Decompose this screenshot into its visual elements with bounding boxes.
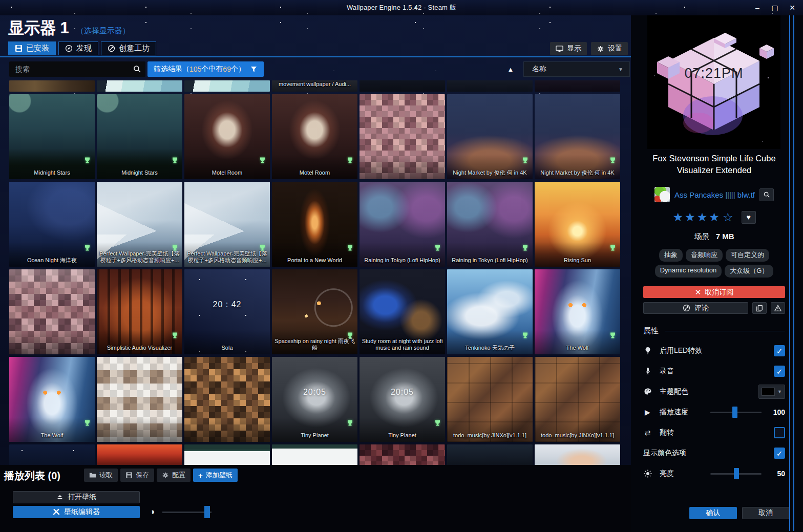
wallpaper-tile[interactable]	[447, 80, 533, 92]
tab-discover[interactable]: 发现	[58, 41, 98, 55]
wallpaper-tile[interactable]: Raining in Tokyo (Lofi HipHop)	[360, 182, 445, 267]
filter-results-button[interactable]: 筛选结果 （105 个中有 69 个）	[147, 61, 264, 77]
wallpaper-tile[interactable]: 20 : 42Sola	[184, 269, 270, 354]
slider-thumb[interactable]	[732, 407, 737, 418]
wallpaper-tile[interactable]	[184, 80, 270, 92]
wallpaper-tile[interactable]: Motel Room	[272, 94, 357, 179]
heart-icon: ♥	[746, 213, 750, 221]
wallpaper-tile[interactable]	[9, 269, 95, 354]
wallpaper-tile[interactable]: Tenkinoko 天気の子	[447, 269, 533, 354]
minimize-button[interactable]: –	[750, 2, 765, 14]
maximize-button[interactable]: ▢	[767, 2, 783, 14]
wallpaper-tile[interactable]	[184, 357, 270, 442]
wallpaper-tile[interactable]	[97, 80, 182, 92]
sort-direction-button[interactable]: ▲	[504, 62, 517, 76]
tag-list: 抽象 音频响应 可自定义的 Dynamic resolution 大众级（G）	[643, 249, 785, 278]
playlist-load-label: 读取	[99, 471, 113, 480]
playlist-save-button[interactable]: 保存	[120, 469, 154, 482]
wallpaper-tile[interactable]: Perfect Wallpaper-完美壁纸【落樱粒子+多风格动态音频响应+..…	[184, 182, 270, 267]
favorite-button[interactable]: ♥	[742, 211, 756, 224]
wallpaper-tile[interactable]: Simplistic Audio Visualizer	[97, 269, 182, 354]
slider-thumb[interactable]	[734, 468, 739, 479]
wallpaper-tile[interactable]: Midnight Stars	[97, 94, 182, 179]
wallpaper-tile[interactable]	[360, 444, 445, 465]
wallpaper-tile[interactable]	[272, 444, 357, 465]
tools-icon	[53, 508, 60, 516]
select-monitor-link[interactable]: （选择显示器）	[76, 26, 130, 36]
add-wallpaper-button[interactable]: + 添加壁纸	[193, 469, 238, 482]
report-button[interactable]	[771, 302, 785, 314]
wallpaper-tile[interactable]	[9, 444, 95, 465]
titlebar[interactable]: Wallpaper Engine 1.5.42 - Steam 版 – ▢ ✕	[0, 0, 803, 15]
slider-thumb[interactable]	[204, 506, 210, 518]
wallpaper-tile[interactable]: Rising Sun	[535, 182, 620, 267]
search-input[interactable]	[9, 61, 145, 77]
wallpaper-tile[interactable]: Motel Room	[184, 94, 270, 179]
unsubscribe-button[interactable]: ✕ 取消订阅	[643, 286, 785, 298]
wallpaper-tile[interactable]: 20:05Tiny Planet	[360, 357, 445, 442]
wallpaper-tile[interactable]	[535, 80, 620, 92]
wallpaper-tile[interactable]	[360, 94, 445, 179]
author-link[interactable]: Ass Pancakes ||||| blw.tf	[674, 190, 755, 199]
monitor-icon	[556, 45, 563, 53]
wallpaper-tile[interactable]	[9, 80, 95, 92]
wallpaper-tile[interactable]	[447, 444, 533, 465]
playlist-configure-button[interactable]: 配置	[157, 469, 191, 482]
show-color-options-checkbox[interactable]: ✓	[774, 448, 785, 459]
display-button[interactable]: 显示	[550, 42, 587, 55]
author-avatar[interactable]	[654, 187, 670, 202]
tab-workshop[interactable]: 创意工坊	[101, 41, 156, 55]
tab-installed[interactable]: 已安装	[8, 41, 56, 55]
wallpaper-tile[interactable]: Portal to a New World	[272, 182, 357, 267]
wallpaper-tile[interactable]: 20:05Tiny Planet	[272, 357, 357, 442]
search-box[interactable]	[9, 61, 145, 77]
author-search-button[interactable]	[759, 188, 774, 201]
comment-button[interactable]: 评论	[643, 302, 748, 314]
trophy-icon	[346, 244, 354, 252]
wallpaper-tile[interactable]: movement wallpaper / Audi...	[272, 80, 357, 92]
wallpaper-tile[interactable]	[360, 80, 445, 92]
sort-select[interactable]: 名称 ▼	[523, 61, 630, 77]
wallpaper-title: Spaceship on rainy night 雨夜飞船	[274, 338, 355, 351]
wallpaper-tile[interactable]: Perfect Wallpaper-完美壁纸【落樱粒子+多风格动态音频响应+..…	[97, 182, 182, 267]
wallpaper-tile[interactable]: Spaceship on rainy night 雨夜飞船	[272, 269, 357, 354]
wallpaper-editor-button[interactable]: 壁纸编辑器	[13, 506, 140, 518]
wallpaper-title: Night Market by 俊伦 何 in 4K	[449, 169, 531, 176]
check-icon: ✓	[776, 450, 783, 457]
wallpaper-tile[interactable]	[97, 444, 182, 465]
recording-checkbox[interactable]: ✓	[774, 366, 785, 377]
wallpaper-tile[interactable]: Night Market by 俊伦 何 in 4K	[447, 94, 533, 179]
wallpaper-tile[interactable]: todo_music[by JINXo][v1.1.1]	[447, 357, 533, 442]
cancel-button[interactable]: 取消	[742, 507, 789, 519]
playback-speed-slider[interactable]	[710, 407, 762, 418]
wallpaper-tile[interactable]	[97, 357, 182, 442]
wallpaper-tile[interactable]: Raining in Tokyo (Lofi HipHop)	[447, 182, 533, 267]
wallpaper-tile[interactable]: The Wolf	[9, 357, 95, 442]
panel-scrollbar[interactable]	[789, 15, 790, 531]
wallpaper-tile[interactable]: Ocean Night 海洋夜	[9, 182, 95, 267]
brightness-slider[interactable]	[710, 468, 762, 479]
copy-button[interactable]	[752, 302, 767, 314]
led-checkbox[interactable]: ✓	[774, 345, 785, 356]
settings-button[interactable]: 设置	[591, 42, 628, 55]
confirm-button[interactable]: 确认	[689, 507, 737, 519]
wallpaper-tile[interactable]: Night Market by 俊伦 何 in 4K	[535, 94, 620, 179]
wallpaper-tile[interactable]: Midnight Stars	[9, 94, 95, 179]
flip-checkbox[interactable]: ✓	[774, 427, 785, 438]
property-row-led: 启用LED特效 ✓	[643, 341, 785, 361]
tab-bar: 已安装 发现 创意工坊	[8, 41, 156, 55]
preview-size-slider[interactable]	[162, 506, 212, 518]
wallpaper-tile[interactable]: Study room at night with jazz lofi music…	[360, 269, 445, 354]
search-icon	[763, 191, 770, 198]
open-wallpaper-label: 打开壁纸	[68, 493, 96, 502]
wallpaper-tile[interactable]: The Wolf	[535, 269, 620, 354]
rating-stars[interactable]: ★★★★ ☆ ♥	[643, 210, 785, 224]
open-wallpaper-button[interactable]: 打开壁纸	[13, 491, 140, 503]
wallpaper-tile[interactable]	[184, 444, 270, 465]
wallpaper-tile[interactable]	[535, 444, 620, 465]
playlist-load-button[interactable]: 读取	[84, 469, 118, 482]
close-button[interactable]: ✕	[785, 2, 800, 14]
playlist-save-label: 保存	[136, 471, 149, 480]
theme-color-select[interactable]: ▼	[758, 385, 785, 399]
wallpaper-tile[interactable]: todo_music[by JINXo][v1.1.1]	[535, 357, 620, 442]
